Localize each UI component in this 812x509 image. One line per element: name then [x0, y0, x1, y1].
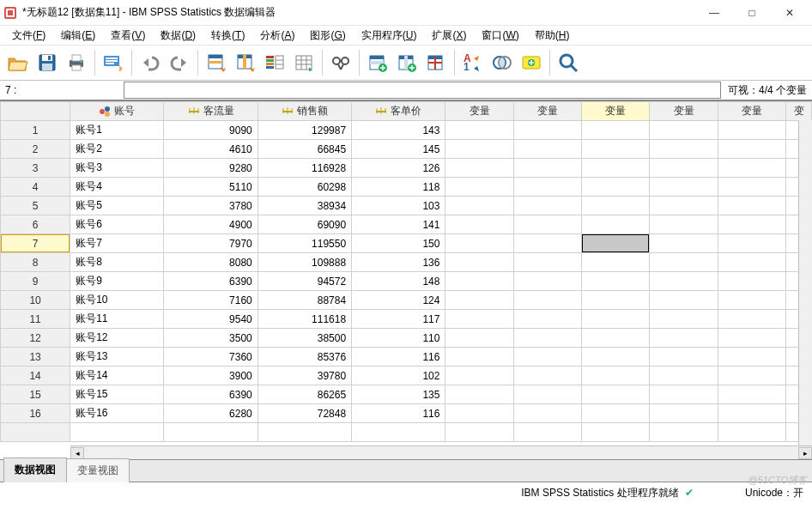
variables-button[interactable]: [260, 48, 289, 77]
column-header-empty[interactable]: 变量: [513, 102, 581, 121]
empty-cell[interactable]: [513, 253, 581, 272]
data-cell[interactable]: 账号8: [70, 253, 164, 272]
row-header[interactable]: 2: [1, 140, 70, 159]
search-button[interactable]: [554, 48, 583, 77]
data-cell[interactable]: 88784: [258, 291, 351, 310]
column-header[interactable]: 客流量: [164, 102, 258, 121]
row-header[interactable]: 11: [1, 310, 70, 329]
data-cell[interactable]: 6390: [164, 385, 258, 404]
empty-cell[interactable]: [650, 329, 718, 348]
empty-cell[interactable]: [718, 329, 785, 348]
menu-item[interactable]: 分析(A): [253, 27, 301, 45]
data-cell[interactable]: 7970: [164, 234, 258, 253]
menu-item[interactable]: 窗口(W): [475, 27, 525, 45]
empty-cell[interactable]: [445, 197, 513, 215]
data-cell[interactable]: 账号2: [70, 140, 164, 159]
data-cell[interactable]: 94572: [258, 272, 351, 291]
empty-cell[interactable]: [718, 197, 785, 215]
data-cell[interactable]: 3780: [164, 197, 258, 215]
data-cell[interactable]: 103: [352, 197, 445, 215]
empty-cell[interactable]: [718, 159, 785, 178]
data-cell[interactable]: 110: [352, 329, 445, 348]
empty-cell[interactable]: [650, 291, 718, 310]
empty-cell[interactable]: [718, 178, 785, 197]
empty-cell[interactable]: [582, 367, 650, 385]
column-header[interactable]: 销售额: [258, 102, 351, 121]
data-cell[interactable]: 135: [352, 385, 445, 404]
empty-cell[interactable]: [582, 253, 650, 272]
menu-item[interactable]: 文件(F): [5, 27, 52, 45]
data-cell[interactable]: 66845: [258, 140, 351, 159]
empty-cell[interactable]: [650, 272, 718, 291]
data-cell[interactable]: 102: [352, 367, 445, 385]
data-cell[interactable]: 账号14: [70, 367, 164, 385]
empty-cell[interactable]: [513, 423, 581, 442]
empty-cell[interactable]: [582, 291, 650, 310]
window-close-button[interactable]: ✕: [771, 1, 809, 25]
row-header[interactable]: 1: [1, 121, 70, 140]
column-header-empty[interactable]: 变量: [582, 102, 650, 121]
row-header[interactable]: 13: [1, 348, 70, 367]
row-header[interactable]: 6: [1, 215, 70, 234]
data-cell[interactable]: 72848: [258, 404, 351, 423]
data-cell[interactable]: 账号9: [70, 272, 164, 291]
goto-case-button[interactable]: [202, 48, 231, 77]
empty-cell[interactable]: [650, 140, 718, 159]
data-cell[interactable]: 116928: [258, 159, 351, 178]
empty-cell[interactable]: [718, 348, 785, 367]
split-file-button[interactable]: [421, 48, 451, 77]
empty-cell[interactable]: [718, 121, 785, 140]
empty-cell[interactable]: [70, 423, 164, 442]
empty-cell[interactable]: [445, 367, 513, 385]
recall-dialog-button[interactable]: [99, 48, 128, 77]
data-cell[interactable]: 9090: [164, 121, 258, 140]
data-cell[interactable]: 136: [352, 253, 445, 272]
data-cell[interactable]: 6390: [164, 272, 258, 291]
data-cell[interactable]: 60298: [258, 178, 351, 197]
empty-cell[interactable]: [650, 121, 718, 140]
empty-cell[interactable]: [718, 291, 785, 310]
run-descriptives-button[interactable]: [289, 48, 318, 77]
empty-cell[interactable]: [582, 121, 650, 140]
empty-cell[interactable]: [582, 197, 650, 215]
goto-variable-button[interactable]: [231, 48, 260, 77]
insert-variable-button[interactable]: [392, 48, 421, 77]
empty-cell[interactable]: [582, 310, 650, 329]
row-header[interactable]: 4: [1, 178, 70, 197]
data-cell[interactable]: 账号12: [70, 329, 164, 348]
empty-cell[interactable]: [445, 159, 513, 178]
data-cell[interactable]: 141: [352, 215, 445, 234]
empty-cell[interactable]: [445, 234, 513, 253]
menu-item[interactable]: 实用程序(U): [354, 27, 424, 45]
menu-item[interactable]: 转换(T): [204, 27, 251, 45]
empty-cell[interactable]: [718, 404, 785, 423]
data-cell[interactable]: 账号4: [70, 178, 164, 197]
row-header[interactable]: 8: [1, 253, 70, 272]
empty-cell[interactable]: [513, 310, 581, 329]
scroll-right-button[interactable]: ▸: [798, 447, 812, 459]
empty-cell[interactable]: [650, 367, 718, 385]
select-cases-button[interactable]: [488, 48, 517, 77]
data-cell[interactable]: 109888: [258, 253, 351, 272]
cell-value-input[interactable]: [124, 82, 721, 99]
empty-cell[interactable]: [445, 140, 513, 159]
empty-cell[interactable]: [718, 234, 785, 253]
empty-cell[interactable]: [513, 348, 581, 367]
empty-cell[interactable]: [650, 234, 718, 253]
data-cell[interactable]: 85376: [258, 348, 351, 367]
empty-cell[interactable]: [582, 178, 650, 197]
empty-cell[interactable]: [718, 272, 785, 291]
empty-cell[interactable]: [650, 253, 718, 272]
data-cell[interactable]: 116: [352, 348, 445, 367]
empty-cell[interactable]: [445, 310, 513, 329]
column-header[interactable]: 账号: [70, 102, 164, 121]
empty-cell[interactable]: [582, 159, 650, 178]
empty-cell[interactable]: [718, 367, 785, 385]
data-cell[interactable]: 账号3: [70, 159, 164, 178]
window-minimize-button[interactable]: —: [695, 1, 733, 25]
empty-cell[interactable]: [650, 385, 718, 404]
data-cell[interactable]: 账号15: [70, 385, 164, 404]
redo-button[interactable]: [165, 48, 194, 77]
data-cell[interactable]: 7360: [164, 348, 258, 367]
data-cell[interactable]: 39780: [258, 367, 351, 385]
